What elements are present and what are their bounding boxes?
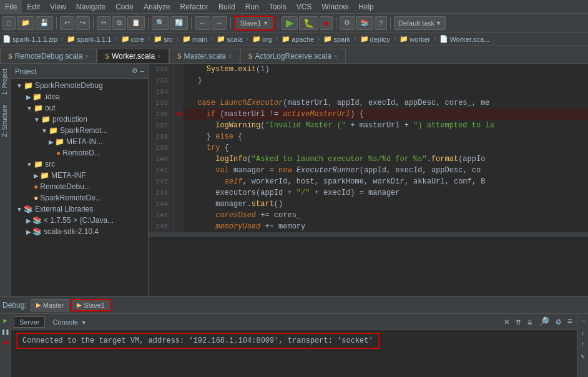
toolbar-replace[interactable]: 🔄 (170, 16, 188, 30)
debug-left-btns: ▶ ❚❚ ■ (0, 314, 11, 377)
toolbar-save[interactable]: 💾 (36, 16, 53, 30)
menu-file[interactable]: File (0, 0, 22, 13)
menu-navigate[interactable]: Navigate (71, 0, 110, 13)
code-line-243: 243 executors(appId + "/" + execId) = ma… (149, 187, 588, 198)
editor-tab-remotedebug[interactable]: S RemoteDebug.scala × (0, 49, 97, 63)
tree-item-production[interactable]: ▼ 📁 production (11, 114, 148, 125)
breadcrumb-item-1[interactable]: 📁 spark-1.1.1 (67, 35, 111, 43)
breadcrumb-item-6[interactable]: 📁 org (252, 35, 272, 43)
menu-build[interactable]: Build (213, 0, 240, 13)
toolbar-help[interactable]: ? (375, 16, 387, 30)
scroll-bottom-btn[interactable]: ⇊ (526, 316, 534, 327)
vtab-structure[interactable]: 2: Structure (0, 100, 11, 142)
line-content: manager.start() (184, 198, 588, 210)
breadcrumb-item-5[interactable]: 📁 scala (217, 35, 243, 43)
toolbar-sdk[interactable]: 📚 (356, 16, 373, 30)
tree-item-scala-sdk[interactable]: ▶ 📚 scala-sdk-2.10.4 (11, 226, 148, 237)
step-into-btn[interactable]: ↓ (578, 328, 588, 338)
toolbar-undo[interactable]: ↩ (60, 16, 74, 30)
tree-item-idea[interactable]: ▶ 📁 .idea (11, 91, 148, 102)
expand-arrow: ▼ (26, 161, 32, 168)
horizontal-scrollbar[interactable] (149, 232, 588, 237)
toolbar-paste[interactable]: 📋 (127, 16, 145, 30)
breadcrumb-item-10[interactable]: 📁 worker (399, 35, 430, 43)
close-tab-3[interactable]: × (334, 53, 338, 60)
tree-item-out[interactable]: ▼ 📁 out (11, 102, 148, 114)
menu-help[interactable]: Help (353, 0, 379, 13)
toolbar-search[interactable]: 🔍 (152, 16, 169, 30)
sidebar-collapse-icon[interactable]: – (140, 67, 144, 75)
tree-item-remoted[interactable]: ● RemoteD... (11, 147, 148, 159)
menu-run[interactable]: Run (240, 0, 264, 13)
step-over-btn[interactable]: → (578, 316, 588, 326)
tree-item-meta-inf[interactable]: ▶ 📁 META-INF (11, 170, 148, 181)
breadcrumb-item-4[interactable]: 📁 main (182, 35, 207, 43)
close-tab-1[interactable]: × (157, 53, 161, 60)
breadcrumb-item-0[interactable]: 📄 spark-1.1.1.zip (2, 35, 57, 43)
toolbar-new[interactable]: □ (2, 16, 16, 30)
menu-edit[interactable]: Edit (22, 0, 45, 13)
toolbar-forward[interactable]: → (212, 16, 227, 30)
run-button[interactable]: ▶ (282, 16, 298, 30)
breadcrumb-sep2: › (147, 35, 151, 44)
tree-item-src[interactable]: ▼ 📁 src (11, 159, 148, 170)
clear-console-btn[interactable]: ✕ (502, 316, 511, 327)
stop-button[interactable]: ■ (320, 16, 333, 30)
toolbar-open[interactable]: 📁 (17, 16, 34, 30)
breadcrumb-item-2[interactable]: 📁 core (121, 35, 144, 43)
stop-btn[interactable]: ■ (1, 338, 11, 348)
toolbar-back[interactable]: ← (195, 16, 210, 30)
resume-btn[interactable]: ▶ (1, 315, 11, 325)
menu-vcs[interactable]: VCS (292, 0, 317, 13)
line-gutter (174, 86, 184, 97)
menu-code[interactable]: Code (110, 0, 139, 13)
menu-analyze[interactable]: Analyze (139, 0, 175, 13)
tree-item-remotedebug-file[interactable]: ● RemoteDebu... (11, 181, 148, 192)
menu-tools[interactable]: Tools (264, 0, 292, 13)
vtab-project[interactable]: 1: Project (0, 64, 11, 100)
sidebar-gear-icon[interactable]: ⚙ (132, 67, 138, 75)
toolbar-sep5 (230, 17, 231, 29)
close-tab-0[interactable]: × (85, 53, 89, 60)
editor-tab-master[interactable]: S Master.scala × (169, 49, 240, 63)
toolbar-redo[interactable]: ↪ (76, 16, 90, 30)
tree-item-java[interactable]: ▶ 📚 < 1.7.55 > (C:\Java... (11, 215, 148, 226)
step-out-btn[interactable]: ↑ (578, 340, 588, 350)
toolbar: □ 📁 💾 ↩ ↪ ✂ ⧉ 📋 🔍 🔄 ← → Slave1 ▼ ▶ 🐛 ■ ⚙… (0, 14, 588, 32)
tree-item-sparkremotedebug-scala[interactable]: ● SparkRemoteDe... (11, 192, 148, 203)
line-number: 232 (149, 64, 174, 75)
default-task-btn[interactable]: Default task ▼ (394, 16, 446, 30)
editor-tab-actorlog[interactable]: S ActorLogReceive.scala × (240, 49, 346, 63)
more-btn[interactable]: ≡ (566, 316, 574, 327)
menu-view[interactable]: View (45, 0, 71, 13)
breadcrumb-item-8[interactable]: 📁 spark (323, 35, 350, 43)
editor-tab-worker[interactable]: S Worker.scala × (97, 49, 169, 63)
debug-tab-master[interactable]: ▶ Master (31, 299, 70, 311)
tree-item-sparkremotedebug[interactable]: ▼ 📁 SparkRemoteDebug (11, 80, 148, 91)
console-tab-server[interactable]: Server (14, 316, 45, 328)
console-dropdown[interactable]: ▼ (81, 320, 87, 326)
debug-tab-slave1[interactable]: ▶ Slave1 (71, 299, 111, 311)
slave1-run-config[interactable]: Slave1 ▼ (234, 16, 275, 31)
menu-window[interactable]: Window (316, 0, 353, 13)
pause-btn[interactable]: ❚❚ (1, 326, 11, 336)
debug-button[interactable]: 🐛 (299, 16, 318, 30)
toolbar-cut[interactable]: ✂ (97, 16, 111, 30)
breadcrumb-item-3[interactable]: 📁 src (154, 35, 173, 43)
tree-item-sparkremot[interactable]: ▼ 📁 SparkRemot... (11, 125, 148, 136)
scroll-top-btn[interactable]: ⇈ (514, 316, 522, 327)
breadcrumb-item-apache[interactable]: 📁 apache (282, 35, 314, 43)
settings-btn[interactable]: ⚙ (554, 316, 562, 327)
breadcrumb-item-11[interactable]: 📄 Worker.sca... (439, 35, 489, 43)
tree-item-meta-in[interactable]: ▶ 📁 META-IN... (11, 136, 148, 147)
evaluate-btn[interactable]: ✎ (578, 351, 588, 361)
tree-item-external-libraries[interactable]: ▼ 📚 External Libraries (11, 203, 148, 215)
menu-refactor[interactable]: Refactor (175, 0, 213, 13)
toolbar-copy[interactable]: ⧉ (112, 16, 126, 30)
console-tab-console[interactable]: Console ▼ (47, 316, 92, 328)
filter-btn[interactable]: 🔎 (537, 316, 551, 327)
console-area: Server Console ▼ ✕ ⇈ ⇊ 🔎 ⚙ ≡ Connected t… (11, 314, 577, 377)
breadcrumb-item-9[interactable]: 📁 deploy (360, 35, 390, 43)
close-tab-2[interactable]: × (228, 53, 232, 60)
toolbar-build[interactable]: ⚙ (340, 16, 355, 30)
